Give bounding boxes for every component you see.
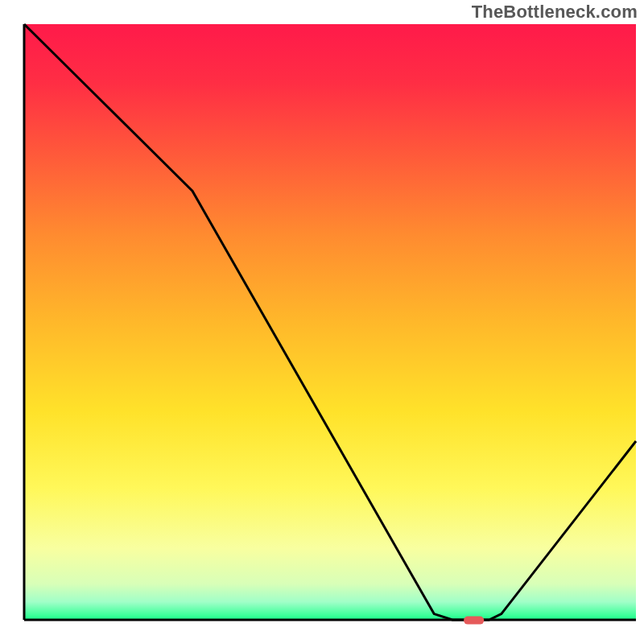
watermark-label: TheBottleneck.com [472, 2, 638, 23]
chart-container: { "watermark": "TheBottleneck.com", "cha… [0, 0, 644, 644]
bottleneck-chart [0, 0, 644, 644]
optimal-marker [464, 617, 484, 625]
